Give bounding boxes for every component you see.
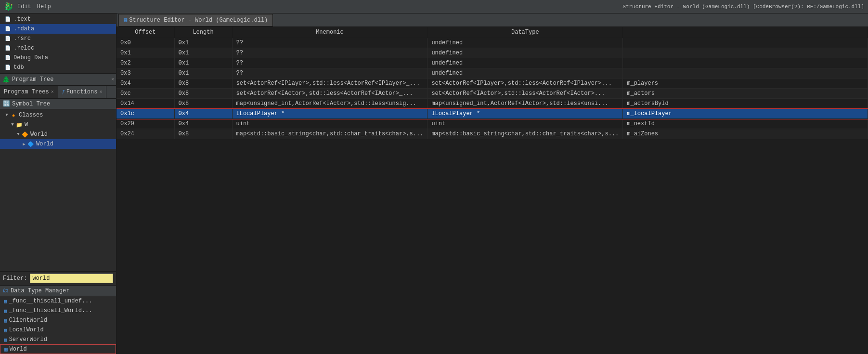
filter-input[interactable] xyxy=(30,274,113,283)
col-header-datatype: DataType xyxy=(428,27,623,38)
dtm-item-label: LocalWorld xyxy=(9,327,44,333)
tab-program-trees-close[interactable]: × xyxy=(51,90,54,95)
dtm-item-5-world[interactable]: ▦ World xyxy=(0,344,116,354)
dtm-item-2[interactable]: ▦ ClientWorld xyxy=(0,315,116,325)
table-header-row: Offset Length Mnemonic DataType xyxy=(117,27,868,38)
tab-functions-label: Functions xyxy=(66,89,98,95)
dtm-item-1[interactable]: ▦ _func__thiscall_World... xyxy=(0,306,116,315)
table-row[interactable]: 0x200x4uintuintm_nextId xyxy=(117,119,868,129)
dtm-item-label: World xyxy=(10,346,27,353)
tree-arrow: ▼ xyxy=(15,132,21,137)
file-icon: 📄 xyxy=(4,64,12,71)
tree-label-world-class: World xyxy=(30,131,48,138)
dtm-item-label: _func__thiscall_undef... xyxy=(9,298,92,304)
dtm-item-4[interactable]: ▦ ServerWorld xyxy=(0,335,116,344)
program-tree-icon: 🌲 xyxy=(2,76,10,84)
file-name: .rdata xyxy=(13,26,34,32)
table-row[interactable]: 0x140x8map<unsigned_int,ActorRef<IActor>… xyxy=(117,99,868,109)
file-item-reloc[interactable]: 📄 .reloc xyxy=(0,43,116,53)
tree-item-world-class[interactable]: ▼ 🔶 World xyxy=(0,130,116,139)
tab-functions-icon: ƒ xyxy=(62,90,65,95)
main-layout: 📄 .text 📄 .rdata 📄 .rsrc 📄 .reloc 📄 Debu… xyxy=(0,13,868,354)
file-name: .rsrc xyxy=(13,35,31,42)
tab-program-trees-label: Program Trees xyxy=(4,89,49,95)
symbol-tree-icon: 🔣 xyxy=(3,100,10,107)
structure-editor-tab[interactable]: ▦ Structure Editor - World (GameLogic.dl… xyxy=(118,14,273,26)
struct-icon: ▦ xyxy=(4,337,7,343)
program-tree-tabbar: 🌲 Program Tree × xyxy=(0,73,116,86)
dtm-list: ▦ _func__thiscall_undef... ▦ _func__this… xyxy=(0,296,116,354)
menu-bar[interactable]: Edit Help xyxy=(17,3,51,10)
col-header-offset: Offset xyxy=(117,27,174,38)
item-icon: 🔷 xyxy=(27,140,35,148)
tree-label-w: W xyxy=(25,121,28,128)
file-item-rsrc[interactable]: 📄 .rsrc xyxy=(0,34,116,43)
tree-item-w[interactable]: ▼ 📁 W xyxy=(0,120,116,130)
table-row[interactable]: 0x10x1??undefined xyxy=(117,48,868,58)
symbol-tree: ▼ ◈ Classes ▼ 📁 W ▼ 🔶 World ▶ xyxy=(0,109,116,271)
tree-arrow: ▼ xyxy=(4,113,10,118)
symbol-tree-label: Symbol Tree xyxy=(12,101,50,107)
table-row[interactable]: 0x20x1??undefined xyxy=(117,58,868,68)
table-row[interactable]: 0xc0x8set<ActorRef<IActor>,std::less<Act… xyxy=(117,89,868,99)
file-icon: 📄 xyxy=(4,54,12,62)
tree-arrow: ▼ xyxy=(10,122,15,127)
file-name: tdb xyxy=(13,64,24,71)
dtm-icon: 🗂 xyxy=(3,287,9,294)
tab-program-trees[interactable]: Program Trees × xyxy=(0,86,58,98)
title-bar: 🐉 Edit Help Structure Editor - World (Ga… xyxy=(0,0,868,13)
struct-icon: ▦ xyxy=(4,317,7,324)
file-item-tdb[interactable]: 📄 tdb xyxy=(0,63,116,72)
table-row[interactable]: 0x240x8map<std::basic_string<char,std::c… xyxy=(117,129,868,139)
col-header-name xyxy=(623,27,868,38)
file-name: .text xyxy=(13,16,31,23)
struct-icon: ▦ xyxy=(4,308,7,314)
menu-help[interactable]: Help xyxy=(37,3,51,10)
dtm-item-label: ServerWorld xyxy=(9,336,47,343)
file-item-text[interactable]: 📄 .text xyxy=(0,14,116,24)
program-tree-label: Program Tree xyxy=(12,76,53,83)
file-icon: 📄 xyxy=(4,35,12,42)
file-icon: 📄 xyxy=(4,25,12,33)
table-row[interactable]: 0x30x1??undefined xyxy=(117,68,868,79)
struct-icon: ▦ xyxy=(4,327,7,333)
tab-functions[interactable]: ƒ Functions × xyxy=(58,86,107,98)
table-row[interactable]: 0x1c0x4ILocalPlayer *ILocalPlayer *m_loc… xyxy=(117,109,868,119)
content-area: ▦ Structure Editor - World (GameLogic.dl… xyxy=(117,13,868,354)
dtm-section: 🗂 Data Type Manager ▦ _func__thiscall_un… xyxy=(0,285,116,354)
tree-label-classes: Classes xyxy=(19,112,43,118)
struct-tab-icon: ▦ xyxy=(124,16,127,24)
file-icon: 📄 xyxy=(4,44,12,52)
structure-table: Offset Length Mnemonic DataType 0x00x1??… xyxy=(117,27,868,354)
class-icon: 🔶 xyxy=(21,131,29,138)
dtm-item-3[interactable]: ▦ LocalWorld xyxy=(0,325,116,335)
file-icon: 📄 xyxy=(4,15,12,23)
file-name: .reloc xyxy=(13,45,34,52)
ghidra-icon: 🐉 xyxy=(4,2,13,12)
struct-tab-label: Structure Editor - World (GameLogic.dll) xyxy=(129,17,268,24)
menu-edit[interactable]: Edit xyxy=(17,3,31,10)
program-subtabs: Program Trees × ƒ Functions × xyxy=(0,86,116,99)
tree-item-world-selected[interactable]: ▶ 🔷 World xyxy=(0,139,116,149)
content-tab-bar: ▦ Structure Editor - World (GameLogic.dl… xyxy=(117,13,868,27)
dtm-item-0[interactable]: ▦ _func__thiscall_undef... xyxy=(0,296,116,306)
window-title: Structure Editor - World (GameLogic.dll)… xyxy=(622,4,864,10)
filter-bar: Filter: xyxy=(0,271,116,285)
dtm-item-label: ClientWorld xyxy=(9,317,47,324)
struct-icon: ▦ xyxy=(4,298,7,304)
data-table: Offset Length Mnemonic DataType 0x00x1??… xyxy=(117,27,868,139)
program-tree-close[interactable]: × xyxy=(111,77,114,82)
tree-arrow: ▶ xyxy=(21,142,27,147)
tree-item-classes[interactable]: ▼ ◈ Classes xyxy=(0,110,116,120)
file-item-debug[interactable]: 📄 Debug Data xyxy=(0,53,116,63)
file-item-rdata[interactable]: 📄 .rdata xyxy=(0,24,116,34)
symbol-tree-header: 🔣 Symbol Tree xyxy=(0,99,116,109)
dtm-label: Data Type Manager xyxy=(11,288,69,294)
tab-functions-close[interactable]: × xyxy=(99,90,102,95)
tree-label-world-item: World xyxy=(36,141,53,147)
file-name: Debug Data xyxy=(13,54,48,61)
struct-icon: ▦ xyxy=(4,346,8,353)
folder-icon: 📁 xyxy=(15,121,23,129)
table-row[interactable]: 0x00x1??undefined xyxy=(117,38,868,48)
table-row[interactable]: 0x40x8set<ActorRef<IPlayer>,std::less<Ac… xyxy=(117,79,868,89)
